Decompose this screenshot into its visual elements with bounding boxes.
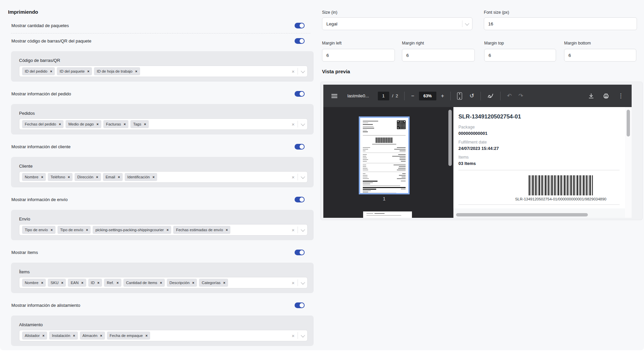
clear-icon[interactable]: × [292,175,295,180]
chip-remove-icon[interactable]: × [152,175,154,179]
page-number-input[interactable]: 1 [378,92,389,100]
chip[interactable]: Dirección× [75,173,101,181]
chip[interactable]: Identificación× [125,173,157,181]
chip-remove-icon[interactable]: × [145,334,147,338]
chip-remove-icon[interactable]: × [50,228,52,232]
chip[interactable]: Nombre× [22,279,46,287]
chip-remove-icon[interactable]: × [118,175,120,179]
chip[interactable]: picking-settings-packing-shippingcourier… [93,226,171,234]
chip-remove-icon[interactable]: × [160,281,162,285]
chip[interactable]: ID del pedido× [22,67,55,75]
chip[interactable]: Email× [103,173,123,181]
print-icon[interactable] [603,93,609,99]
margin-top-input[interactable] [484,49,556,62]
chip[interactable]: Fechas estimadas de envío× [173,226,230,234]
chip-remove-icon[interactable]: × [41,281,43,285]
multiselect-input[interactable]: Fechas del pedido×Medio de pago×Facturas… [19,118,308,130]
chip[interactable]: Almacén× [80,332,105,340]
chip[interactable]: Nombre× [22,173,46,181]
fit-to-page-icon[interactable] [457,92,462,100]
chip-remove-icon[interactable]: × [192,281,194,285]
redo-icon[interactable]: ↷ [519,93,523,99]
chip-remove-icon[interactable]: × [73,334,75,338]
toggle-switch[interactable] [295,197,305,202]
chip-remove-icon[interactable]: × [50,70,52,73]
chip[interactable]: Teléfono× [48,173,73,181]
chevron-down-icon[interactable] [301,280,305,284]
size-select[interactable]: Legal [322,17,472,30]
multiselect-input[interactable]: Nombre×Teléfono×Dirección×Email×Identifi… [19,171,308,183]
horizontal-scrollbar[interactable] [456,213,588,216]
rotate-icon[interactable]: ↺ [469,93,474,99]
more-options-icon[interactable]: ⋮ [618,92,624,99]
menu-icon[interactable] [331,94,337,98]
chip-remove-icon[interactable]: × [59,122,61,126]
chip[interactable]: Fecha de empaque× [107,332,150,340]
chip-remove-icon[interactable]: × [61,281,63,285]
chip[interactable]: Tipo de envío× [22,226,56,234]
chip[interactable]: SKU× [48,279,66,287]
undo-icon[interactable]: ↶ [507,93,512,99]
chip[interactable]: Cantidad de ítems× [123,279,165,287]
zoom-level[interactable]: 63% [419,92,436,100]
clear-icon[interactable]: × [292,280,295,285]
annotate-icon[interactable] [487,93,494,99]
toggle-switch[interactable] [295,302,305,308]
chip-remove-icon[interactable]: × [81,281,83,285]
chip[interactable]: ID de hoja de trabajo× [94,67,140,75]
toggle-switch[interactable] [295,144,305,150]
vertical-scrollbar[interactable] [627,110,630,137]
clear-icon[interactable]: × [292,333,295,338]
chevron-down-icon[interactable] [301,174,305,179]
chip[interactable]: EAN× [68,279,86,287]
multiselect-input[interactable]: Tipo de envío×Tipo de envío×picking-sett… [19,224,308,236]
page1-thumbnail[interactable] [359,116,410,194]
chip-remove-icon[interactable]: × [144,122,146,126]
chip[interactable]: Facturas× [103,120,128,128]
chip[interactable]: Descripción× [167,279,197,287]
chip-remove-icon[interactable]: × [86,228,88,232]
chip[interactable]: Alistador× [22,332,47,340]
clear-icon[interactable]: × [292,69,295,74]
chip-remove-icon[interactable]: × [41,175,43,179]
margin-left-input[interactable] [322,49,395,62]
toggle-switch[interactable] [295,250,305,255]
chip[interactable]: ID× [88,279,102,287]
chip-remove-icon[interactable]: × [87,70,89,73]
chip-remove-icon[interactable]: × [42,334,44,338]
chip[interactable]: Fechas del pedido× [22,120,64,128]
chip-remove-icon[interactable]: × [100,334,102,338]
chip[interactable]: Ref.× [104,279,121,287]
chip-remove-icon[interactable]: × [223,281,225,285]
chevron-down-icon[interactable] [301,333,305,337]
toggle-switch[interactable] [295,91,305,97]
chevron-down-icon[interactable] [465,21,469,25]
margin-bottom-input[interactable] [564,49,636,62]
zoom-out-button[interactable]: − [411,93,414,99]
chip-remove-icon[interactable]: × [117,281,119,285]
chip-remove-icon[interactable]: × [68,175,70,179]
toggle-switch[interactable] [295,23,305,28]
chip[interactable]: ID del paquete× [57,67,92,75]
chip-remove-icon[interactable]: × [97,122,99,126]
chevron-down-icon[interactable] [301,227,305,232]
font-size-input[interactable] [484,17,637,30]
chip-remove-icon[interactable]: × [167,228,169,232]
chip-remove-icon[interactable]: × [135,70,137,73]
multiselect-input[interactable]: Alistador×Instalación×Almacén×Fecha de e… [19,330,308,341]
chip-remove-icon[interactable]: × [97,281,99,285]
chip-remove-icon[interactable]: × [96,175,98,179]
margin-right-input[interactable] [402,49,475,62]
chevron-down-icon[interactable] [301,121,305,126]
chip-remove-icon[interactable]: × [226,228,228,232]
chip[interactable]: Instalación× [49,332,78,340]
chip[interactable]: Categorías× [199,279,228,287]
chip[interactable]: Medio de pago× [66,120,101,128]
clear-icon[interactable]: × [292,228,295,233]
thumbnail-scrollbar[interactable] [448,110,452,166]
chevron-down-icon[interactable] [301,69,305,73]
download-icon[interactable] [588,93,594,99]
chip[interactable]: Tags× [130,120,149,128]
multiselect-input[interactable]: Nombre×SKU×EAN×ID×Ref.×Cantidad de ítems… [19,277,308,288]
multiselect-input[interactable]: ID del pedido×ID del paquete×ID de hoja … [19,66,308,77]
